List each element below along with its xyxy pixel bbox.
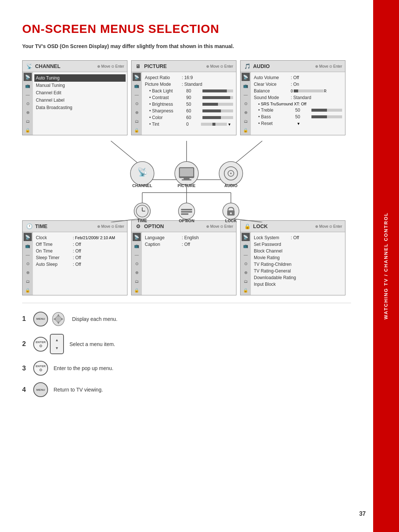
sound-mode-label: Sound Mode bbox=[254, 95, 291, 100]
off-time-row: Off Time : Off bbox=[36, 241, 124, 248]
picture-icon-6: 🗂 bbox=[133, 117, 141, 125]
time-icon: 🕐 bbox=[25, 223, 33, 230]
option-icon-3: — bbox=[133, 251, 141, 259]
time-panel-header: 🕐 TIME ⊕ Move ⊙ Enter bbox=[23, 221, 127, 232]
contrast-bar bbox=[202, 96, 233, 99]
instruction-4: 4 MENU Return to TV viewing. bbox=[22, 382, 351, 397]
data-broadcasting-item[interactable]: Data Broadcasting bbox=[36, 104, 124, 111]
aspect-ratio-row: Aspect Ratio : 16:9 bbox=[145, 74, 233, 81]
brightness-row: • Brightness 50 bbox=[145, 101, 233, 108]
on-time-row: On Time : Off bbox=[36, 248, 124, 254]
tint-row: • Tint 0 ▼ bbox=[145, 121, 233, 128]
option-icon-7: 🔒 bbox=[133, 286, 141, 294]
instruction-4-icons: MENU bbox=[33, 382, 48, 397]
lock-system-row: Lock System : Off bbox=[254, 234, 342, 241]
aspect-ratio-value: : 16:9 bbox=[182, 75, 197, 80]
brightness-bar bbox=[202, 103, 233, 106]
enter-button-2[interactable]: ENTER ⊙ bbox=[33, 337, 48, 352]
lock-panel-nav: ⊕ Move ⊙ Enter bbox=[315, 224, 342, 228]
back-light-row: • Back Light 80 bbox=[145, 88, 233, 94]
svg-text:📡: 📡 bbox=[137, 167, 148, 177]
treble-label: • Treble bbox=[258, 108, 295, 113]
lock-icon-5: ⊕ bbox=[242, 268, 250, 277]
bass-bar bbox=[311, 115, 342, 118]
off-time-label: Off Time bbox=[36, 242, 73, 247]
srs-row: • SRS TruSurround XT: Off bbox=[254, 101, 342, 107]
instruction-3-number: 3 bbox=[22, 365, 28, 372]
back-light-label: • Back Light bbox=[149, 88, 186, 94]
auto-tuning-item[interactable]: Auto Tuning bbox=[34, 74, 126, 82]
channel-edit-item[interactable]: Channel Edit bbox=[36, 89, 124, 96]
picture-icon-5: ⊕ bbox=[133, 108, 141, 116]
instruction-1-text: Display each menu. bbox=[72, 316, 117, 322]
svg-point-38 bbox=[230, 213, 232, 214]
lock-panel-header: 🔒 LOCK ⊕ Move ⊙ Enter bbox=[241, 221, 345, 232]
svg-rect-18 bbox=[184, 178, 190, 179]
audio-icons-col: 📡 📺 — ⊙ ⊕ 🗂 🔒 bbox=[241, 72, 251, 135]
nav-down-arrow: ▼ bbox=[55, 346, 59, 350]
set-password-row: Set Password bbox=[254, 241, 342, 248]
svg-text:CHANNEL: CHANNEL bbox=[132, 183, 152, 188]
menu-button-1[interactable]: MENU bbox=[33, 312, 48, 326]
picture-mode-row: Picture Mode : Standard bbox=[145, 81, 233, 88]
lock-icon-3: — bbox=[242, 251, 250, 259]
audio-panel: 🎵 AUDIO ⊕ Move ⊙ Enter 📡 📺 — ⊙ ⊕ 🗂 🔒 bbox=[240, 60, 345, 135]
svg-rect-19 bbox=[182, 179, 191, 180]
channel-icon-7: 🔒 bbox=[24, 126, 32, 134]
caption-label: Caption bbox=[145, 242, 182, 247]
channel-label-item[interactable]: Channel Label bbox=[36, 96, 124, 104]
channel-panel-nav: ⊕ Move ⊙ Enter bbox=[97, 64, 124, 68]
lock-icon-6: 🗂 bbox=[242, 277, 250, 285]
balance-label: Balance bbox=[254, 88, 291, 94]
sharpness-value: 60 bbox=[186, 108, 201, 113]
back-light-value: 80 bbox=[186, 88, 201, 94]
audio-panel-nav: ⊕ Move ⊙ Enter bbox=[315, 64, 342, 68]
on-time-value: : Off bbox=[73, 248, 88, 254]
menu-button-4[interactable]: MENU bbox=[33, 382, 48, 397]
caption-row: Caption : Off bbox=[145, 241, 233, 248]
color-value: 60 bbox=[186, 115, 201, 120]
aspect-ratio-label: Aspect Ratio bbox=[145, 75, 182, 80]
time-panel-title: TIME bbox=[35, 223, 95, 229]
nav-button-2[interactable]: ▲ ▼ bbox=[50, 334, 64, 354]
sharpness-row: • Sharpness 60 bbox=[145, 108, 233, 114]
instruction-4-number: 4 bbox=[22, 386, 28, 394]
instruction-1: 1 MENU bbox=[22, 311, 351, 327]
page-title: ON-SCREEN MENUS SELECTION bbox=[22, 22, 351, 36]
clear-voice-value: : On bbox=[291, 82, 306, 87]
audio-icon-4: ⊙ bbox=[242, 99, 250, 108]
lock-panel-title: LOCK bbox=[253, 223, 313, 229]
remote-icon-1 bbox=[50, 311, 66, 327]
treble-value: 50 bbox=[295, 108, 310, 113]
manual-tuning-item[interactable]: Manual Tuning bbox=[36, 82, 124, 89]
enter-button-3[interactable]: ENTER ⊙ bbox=[33, 361, 48, 376]
bass-row: • Bass 50 bbox=[254, 113, 342, 120]
back-light-bar bbox=[202, 89, 233, 92]
instruction-2-number: 2 bbox=[22, 340, 28, 348]
instruction-4-text: Return to TV viewing. bbox=[54, 387, 103, 393]
option-icon-1: 📡 bbox=[133, 233, 141, 241]
top-panels-row: 📡 CHANNEL ⊕ Move ⊙ Enter 📡 📺 — ⊙ ⊕ 🗂 � bbox=[22, 60, 351, 135]
clock-label: Clock bbox=[36, 235, 73, 240]
svg-text:AUDIO: AUDIO bbox=[224, 183, 238, 188]
contrast-label: • Contrast bbox=[149, 95, 186, 100]
channel-icons-col: 📡 📺 — ⊙ ⊕ 🗂 🔒 bbox=[23, 72, 33, 135]
picture-icon-7: 🔒 bbox=[133, 126, 141, 134]
option-panel: ⚙ OPTION ⊕ Move ⊙ Enter 📡 📺 — ⊙ ⊕ 🗂 🔒 bbox=[131, 220, 236, 295]
channel-panel-body: 📡 📺 — ⊙ ⊕ 🗂 🔒 Auto Tuning Manual Tuning … bbox=[23, 72, 127, 135]
auto-sleep-label: Auto Sleep bbox=[36, 262, 73, 267]
movie-rating-label: Movie Rating bbox=[254, 255, 291, 260]
channel-icon: 📡 bbox=[25, 62, 33, 70]
instruction-1-icons: MENU bbox=[33, 311, 66, 327]
language-row: Language : English bbox=[145, 234, 233, 241]
clear-voice-label: Clear Voice bbox=[254, 82, 291, 87]
sharpness-bar bbox=[202, 109, 233, 112]
tv-rating-children-label: TV Rating-Children bbox=[254, 262, 291, 267]
picture-icon-2: 📺 bbox=[133, 82, 141, 90]
clear-voice-row: Clear Voice : On bbox=[254, 81, 342, 88]
lock-system-label: Lock System bbox=[254, 235, 291, 240]
option-panel-title: OPTION bbox=[144, 223, 204, 229]
block-channel-label: Block Channel bbox=[254, 248, 291, 254]
svg-text:TIME: TIME bbox=[137, 218, 147, 222]
audio-icon-5: ⊕ bbox=[242, 108, 250, 116]
